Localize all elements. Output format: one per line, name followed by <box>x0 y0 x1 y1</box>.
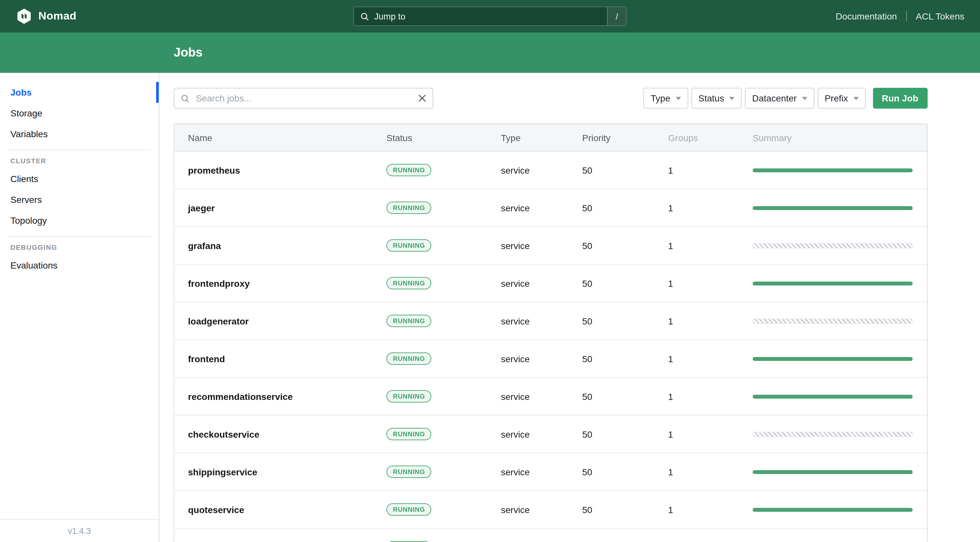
summary-bar <box>752 318 912 324</box>
table-row[interactable]: productcatalogservice RUNNING service 50… <box>174 529 927 542</box>
job-groups: 1 <box>668 429 752 439</box>
jump-to-search[interactable]: Jump to / <box>353 6 627 26</box>
job-groups: 1 <box>668 353 752 364</box>
job-name-link[interactable]: checkoutservice <box>188 429 259 439</box>
clear-search-button[interactable] <box>418 94 426 102</box>
column-header-type[interactable]: Type <box>501 132 582 143</box>
column-header-priority[interactable]: Priority <box>582 132 668 143</box>
sidebar-item-topology[interactable]: Topology <box>0 210 159 231</box>
filter-type-dropdown[interactable]: Type <box>643 88 688 109</box>
status-badge: RUNNING <box>387 390 432 402</box>
filter-label: Prefix <box>824 93 848 103</box>
nomad-logo-icon <box>16 8 32 25</box>
filter-label: Status <box>698 93 724 103</box>
job-type: service <box>501 203 582 213</box>
divider <box>8 149 151 150</box>
table-row[interactable]: frontend RUNNING service 50 1 <box>174 340 927 378</box>
job-groups: 1 <box>668 203 752 213</box>
sidebar-item-servers[interactable]: Servers <box>0 189 159 210</box>
jobs-toolbar: Type Status Datacenter Prefix <box>174 88 927 109</box>
navbar-links: Documentation ACL Tokens <box>835 11 964 21</box>
divider <box>906 11 907 21</box>
summary-bar <box>752 470 912 474</box>
job-name-link[interactable]: shippingservice <box>188 467 257 477</box>
nomad-app: Nomad Jump to / Documentation ACL Tokens… <box>0 0 980 542</box>
job-groups: 1 <box>668 467 752 477</box>
status-badge: RUNNING <box>387 239 432 252</box>
top-navbar: Nomad Jump to / Documentation ACL Tokens <box>0 0 980 32</box>
job-priority: 50 <box>582 429 668 439</box>
job-type: service <box>501 391 582 402</box>
main-content: Type Status Datacenter Prefix <box>159 73 980 542</box>
job-type: service <box>501 240 582 251</box>
slash-shortcut-key: / <box>607 7 626 25</box>
filter-prefix-dropdown[interactable]: Prefix <box>818 88 865 109</box>
job-name-link[interactable]: jaeger <box>188 203 215 213</box>
sidebar-section-cluster: CLUSTER <box>0 157 159 165</box>
job-groups: 1 <box>668 504 752 515</box>
summary-bar <box>752 507 912 512</box>
status-badge: RUNNING <box>387 466 432 478</box>
table-row[interactable]: prometheus RUNNING service 50 1 <box>174 151 927 189</box>
column-header-groups: Groups <box>668 132 752 143</box>
job-groups: 1 <box>668 278 752 288</box>
job-type: service <box>501 278 582 288</box>
column-header-status[interactable]: Status <box>387 132 501 143</box>
table-row[interactable]: frontendproxy RUNNING service 50 1 <box>174 265 927 302</box>
run-job-button[interactable]: Run Job <box>873 88 927 109</box>
table-row[interactable]: checkoutservice RUNNING service 50 1 <box>174 415 927 453</box>
job-name-link[interactable]: quoteservice <box>188 504 244 515</box>
column-header-name[interactable]: Name <box>174 132 387 143</box>
version-label: v1.4.3 <box>68 526 91 536</box>
active-item-indicator <box>156 82 159 103</box>
page-header-band: Jobs <box>0 32 980 73</box>
sidebar-item-clients[interactable]: Clients <box>0 168 159 189</box>
sidebar-footer: v1.4.3 <box>0 518 159 542</box>
job-type: service <box>501 316 582 326</box>
status-badge: RUNNING <box>387 503 432 516</box>
chevron-down-icon <box>853 97 858 100</box>
page-title: Jobs <box>174 46 203 60</box>
table-row[interactable]: recommendationservice RUNNING service 50… <box>174 378 927 415</box>
job-priority: 50 <box>582 504 668 515</box>
filter-label: Datacenter <box>752 93 797 103</box>
job-priority: 50 <box>582 391 668 402</box>
job-name-link[interactable]: grafana <box>188 240 221 251</box>
job-priority: 50 <box>582 316 668 326</box>
chevron-down-icon <box>802 97 807 100</box>
search-icon <box>361 12 369 21</box>
job-type: service <box>501 429 582 439</box>
job-name-link[interactable]: recommendationservice <box>188 391 293 402</box>
column-header-summary: Summary <box>752 132 927 143</box>
status-badge: RUNNING <box>387 202 432 214</box>
table-row[interactable]: jaeger RUNNING service 50 1 <box>174 189 927 227</box>
job-name-link[interactable]: loadgenerator <box>188 316 249 326</box>
table-row[interactable]: loadgenerator RUNNING service 50 1 <box>174 302 927 340</box>
sidebar-item-evaluations[interactable]: Evaluations <box>0 255 159 276</box>
chevron-down-icon <box>729 97 735 100</box>
filter-datacenter-dropdown[interactable]: Datacenter <box>745 88 814 109</box>
summary-bar <box>752 206 912 210</box>
job-name-link[interactable]: frontendproxy <box>188 278 250 288</box>
job-type: service <box>501 165 582 175</box>
job-name-link[interactable]: frontend <box>188 353 225 364</box>
documentation-link[interactable]: Documentation <box>835 11 897 21</box>
sidebar-item-jobs[interactable]: Jobs <box>0 82 159 103</box>
status-badge: RUNNING <box>387 353 432 365</box>
job-priority: 50 <box>582 203 668 213</box>
acl-tokens-link[interactable]: ACL Tokens <box>916 11 964 21</box>
sidebar-item-variables[interactable]: Variables <box>0 124 159 145</box>
sidebar-item-storage[interactable]: Storage <box>0 103 159 124</box>
table-row[interactable]: quoteservice RUNNING service 50 1 <box>174 491 927 529</box>
job-priority: 50 <box>582 353 668 364</box>
table-row[interactable]: shippingservice RUNNING service 50 1 <box>174 453 927 491</box>
brand[interactable]: Nomad <box>16 8 76 25</box>
status-badge: RUNNING <box>387 315 432 327</box>
jobs-table: Name Status Type Priority Groups Summary… <box>174 124 927 542</box>
jump-to-label: Jump to <box>374 11 406 21</box>
search-input[interactable] <box>194 92 413 104</box>
filter-status-dropdown[interactable]: Status <box>691 88 741 109</box>
job-name-link[interactable]: prometheus <box>188 165 240 175</box>
status-badge: RUNNING <box>387 277 432 289</box>
table-row[interactable]: grafana RUNNING service 50 1 <box>174 227 927 265</box>
